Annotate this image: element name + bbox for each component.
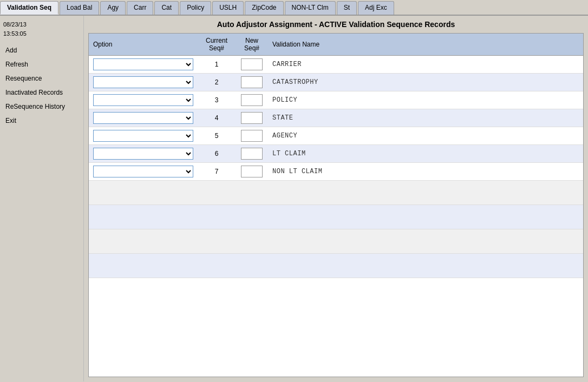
table-row: 7 NON LT CLAIM: [89, 163, 583, 181]
tab-non-lt-clm[interactable]: NON-LT Clm: [285, 1, 336, 15]
table-row-empty: [89, 205, 583, 229]
current-seq-cell: 7: [198, 163, 236, 181]
tab-policy[interactable]: Policy: [180, 1, 211, 15]
col-header-current-seq: CurrentSeq#: [198, 34, 236, 56]
option-cell: [89, 127, 198, 145]
timestamp: 08/23/13 13:53:05: [3, 20, 80, 38]
table-row-empty: [89, 181, 583, 205]
current-seq-cell: 5: [198, 127, 236, 145]
table-row: 6 LT CLAIM: [89, 145, 583, 163]
table-row: 3 POLICY: [89, 91, 583, 109]
current-seq-cell: 1: [198, 56, 236, 74]
new-seq-input-4[interactable]: [241, 112, 263, 124]
page-title: Auto Adjustor Assignment - ACTIVE Valida…: [88, 20, 584, 29]
table-row-empty: [89, 254, 583, 278]
sidebar: 08/23/13 13:53:05 Add Refresh Resequence…: [0, 16, 84, 381]
option-cell: [89, 56, 198, 74]
tab-adj-exc[interactable]: Adj Exc: [358, 1, 394, 15]
new-seq-cell: [236, 163, 268, 181]
validation-name-cell: CARRIER: [268, 56, 583, 74]
table-row-empty: [89, 229, 583, 254]
main-layout: 08/23/13 13:53:05 Add Refresh Resequence…: [0, 16, 588, 381]
tab-uslh[interactable]: USLH: [212, 1, 244, 15]
validation-name-cell: LT CLAIM: [268, 145, 583, 163]
validation-name-cell: POLICY: [268, 91, 583, 109]
validation-name-cell: STATE: [268, 109, 583, 127]
option-cell: [89, 74, 198, 91]
tab-bar: Validation Seq Load Bal Agy Carr Cat Pol…: [0, 0, 588, 16]
new-seq-input-3[interactable]: [241, 94, 263, 106]
new-seq-input-7[interactable]: [241, 166, 263, 177]
content-area: Auto Adjustor Assignment - ACTIVE Valida…: [84, 16, 588, 381]
validation-name-cell: AGENCY: [268, 127, 583, 145]
option-cell: [89, 145, 198, 163]
validation-name-cell: CATASTROPHY: [268, 74, 583, 91]
sidebar-item-inactivated-records[interactable]: Inactivated Records: [3, 85, 80, 100]
option-select-4[interactable]: [93, 112, 193, 124]
sidebar-item-resequence[interactable]: Resequence: [3, 71, 80, 85]
tab-validation-seq[interactable]: Validation Seq: [0, 1, 58, 15]
tab-cat[interactable]: Cat: [154, 1, 179, 15]
new-seq-input-2[interactable]: [241, 76, 263, 88]
col-header-new-seq: NewSeq#: [236, 34, 268, 56]
option-select-5[interactable]: [93, 130, 193, 142]
option-cell: [89, 163, 198, 181]
sidebar-item-refresh[interactable]: Refresh: [3, 57, 80, 71]
validation-table: Option CurrentSeq# NewSeq# Validation Na…: [89, 34, 583, 278]
table-row: 2 CATASTROPHY: [89, 74, 583, 91]
new-seq-cell: [236, 91, 268, 109]
current-seq-cell: 3: [198, 91, 236, 109]
table-container: Option CurrentSeq# NewSeq# Validation Na…: [88, 33, 584, 377]
new-seq-cell: [236, 145, 268, 163]
option-select-1[interactable]: [93, 58, 193, 70]
validation-name-cell: NON LT CLAIM: [268, 163, 583, 181]
new-seq-input-5[interactable]: [241, 130, 263, 142]
new-seq-input-6[interactable]: [241, 148, 263, 160]
sidebar-item-exit[interactable]: Exit: [3, 114, 80, 128]
sidebar-item-add[interactable]: Add: [3, 43, 80, 57]
tab-load-bal[interactable]: Load Bal: [60, 1, 99, 15]
current-seq-cell: 6: [198, 145, 236, 163]
table-row: 4 STATE: [89, 109, 583, 127]
new-seq-cell: [236, 127, 268, 145]
current-seq-cell: 4: [198, 109, 236, 127]
option-cell: [89, 109, 198, 127]
option-select-3[interactable]: [93, 94, 193, 106]
tab-zipcode[interactable]: ZipCode: [245, 1, 283, 15]
current-seq-cell: 2: [198, 74, 236, 91]
col-header-option: Option: [89, 34, 198, 56]
option-select-6[interactable]: [93, 148, 193, 160]
col-header-validation-name: Validation Name: [268, 34, 583, 56]
new-seq-input-1[interactable]: [241, 58, 263, 70]
new-seq-cell: [236, 56, 268, 74]
new-seq-cell: [236, 109, 268, 127]
option-select-2[interactable]: [93, 76, 193, 88]
new-seq-cell: [236, 74, 268, 91]
option-select-7[interactable]: [93, 166, 193, 177]
tab-st[interactable]: St: [337, 1, 357, 15]
option-cell: [89, 91, 198, 109]
tab-agy[interactable]: Agy: [100, 1, 126, 15]
tab-carr[interactable]: Carr: [127, 1, 153, 15]
sidebar-item-resequence-history[interactable]: ReSequence History: [3, 100, 80, 114]
table-row: 1 CARRIER: [89, 56, 583, 74]
table-row: 5 AGENCY: [89, 127, 583, 145]
